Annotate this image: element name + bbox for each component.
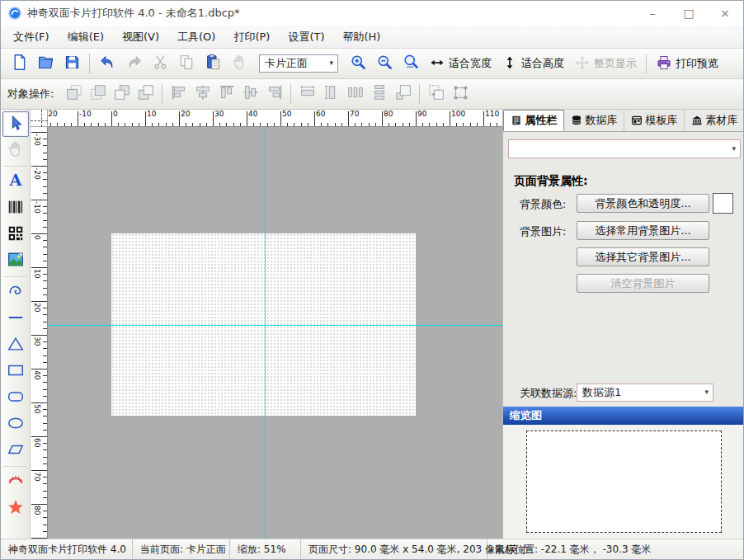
qrcode-tool[interactable] xyxy=(2,222,29,247)
zoom-out-button[interactable] xyxy=(371,50,398,77)
database-icon xyxy=(571,115,582,126)
ruler-tick xyxy=(78,111,78,127)
menu-item-print[interactable]: 打印(P) xyxy=(224,26,279,48)
menu-item-settings[interactable]: 设置(T) xyxy=(279,26,333,48)
center-guide-horizontal xyxy=(48,325,502,326)
barcode-tool[interactable] xyxy=(2,195,29,221)
align-middle-button xyxy=(238,82,262,106)
bg-color-button[interactable]: 背景颜色和透明度... xyxy=(577,194,709,213)
ruler-label: 30 xyxy=(33,336,41,346)
parallelogram-tool[interactable] xyxy=(2,438,29,464)
new-file-button[interactable] xyxy=(6,50,32,77)
page-selector-combo[interactable]: 卡片正面▾ xyxy=(259,54,338,73)
send-backward-icon xyxy=(137,83,155,105)
choose-common-bg-button[interactable]: 选择常用背景图片... xyxy=(577,221,709,240)
tab-database[interactable]: 数据库 xyxy=(564,110,624,131)
stamp-tool[interactable] xyxy=(2,469,29,495)
properties-icon xyxy=(511,115,522,126)
arrow-h-icon xyxy=(429,54,445,73)
select-tool[interactable] xyxy=(2,111,29,137)
ruler-label: 80 xyxy=(33,506,41,515)
bg-color-swatch[interactable] xyxy=(713,193,733,214)
align-center-button xyxy=(191,82,214,106)
rounded-rect-tool[interactable] xyxy=(2,385,29,411)
minimize-button[interactable]: – xyxy=(634,1,671,26)
workspace: A -20-100102030405060708090100110 -30-20… xyxy=(1,110,743,539)
ruler-tick xyxy=(111,111,112,127)
align-middle-icon xyxy=(242,83,260,105)
maximize-button[interactable]: □ xyxy=(671,1,707,26)
ruler-label: 50 xyxy=(282,110,291,118)
cut-button xyxy=(147,50,173,77)
rectangle-tool[interactable] xyxy=(2,359,29,384)
open-file-button[interactable] xyxy=(32,50,59,77)
panel-tabs: 属性栏数据库模板库素材库 xyxy=(503,110,744,132)
chevron-down-icon: ▾ xyxy=(704,388,709,396)
parallelogram-icon xyxy=(7,440,25,462)
ruler-tick xyxy=(31,301,48,302)
ruler-tick xyxy=(31,402,48,403)
bg-image-label: 背景图片: xyxy=(520,224,566,239)
text-tool[interactable]: A xyxy=(2,169,29,195)
curve-tool[interactable] xyxy=(2,280,29,305)
fit-width-button[interactable]: 适合宽度 xyxy=(424,51,497,76)
align-right-button xyxy=(262,82,286,106)
ruler-tick xyxy=(31,470,48,471)
image-tool[interactable] xyxy=(2,248,29,274)
multi-select-button xyxy=(424,82,448,106)
object-operations-label: 对象操作: xyxy=(7,87,54,101)
datasource-value: 数据源1 xyxy=(582,385,621,400)
datasource-label: 关联数据源: xyxy=(520,386,577,401)
paste-button[interactable] xyxy=(200,50,226,77)
tab-label: 模板库 xyxy=(646,113,678,128)
star-tool[interactable] xyxy=(2,496,29,521)
save-file-button[interactable] xyxy=(59,50,85,77)
arrow-v-icon xyxy=(501,54,518,73)
ruler-tick xyxy=(31,436,48,437)
menu-item-view[interactable]: 视图(V) xyxy=(113,26,168,48)
design-canvas[interactable] xyxy=(48,127,502,539)
fit-height-button[interactable]: 适合高度 xyxy=(497,51,569,76)
align-left-icon xyxy=(170,83,188,105)
fit-width-label: 适合宽度 xyxy=(449,56,492,71)
tab-label: 素材库 xyxy=(706,113,738,128)
line-tool[interactable] xyxy=(2,306,29,332)
paste-icon xyxy=(205,54,222,74)
same-width-icon xyxy=(299,83,317,105)
tab-properties[interactable]: 属性栏 xyxy=(503,110,564,131)
toolbar-separator xyxy=(290,84,291,104)
pan-icon xyxy=(7,140,25,162)
ruler-label: -10 xyxy=(33,201,41,214)
datasource-combo[interactable]: 数据源1 ▾ xyxy=(577,384,713,402)
menu-item-help[interactable]: 帮助(H) xyxy=(334,26,390,48)
triangle-tool[interactable] xyxy=(2,332,29,358)
new-file-icon xyxy=(11,54,28,74)
choose-other-bg-button[interactable]: 选择其它背景图片... xyxy=(577,247,709,266)
ellipse-icon xyxy=(7,414,25,435)
page-selector-value: 卡片正面 xyxy=(265,56,308,71)
menu-item-edit[interactable]: 编辑(E) xyxy=(59,26,113,48)
print-preview-button[interactable]: 打印预览 xyxy=(651,51,723,76)
section-title: 页面背景属性: xyxy=(514,174,588,189)
toolbar-separator xyxy=(162,84,162,104)
zoom-in-button[interactable] xyxy=(345,50,371,77)
ellipse-tool[interactable] xyxy=(2,412,29,437)
object-selector-combo[interactable]: ▾ xyxy=(508,139,741,158)
chevron-down-icon: ▾ xyxy=(732,144,736,153)
ruler-label: 70 xyxy=(350,110,359,118)
tab-label: 属性栏 xyxy=(525,113,558,128)
menu-item-file[interactable]: 文件(F) xyxy=(4,26,59,48)
ruler-label: 0 xyxy=(113,110,118,118)
tab-materials[interactable]: 素材库 xyxy=(685,110,744,131)
close-button[interactable]: × xyxy=(707,1,743,26)
vertical-ruler: -30-20-1001020304050607080 xyxy=(31,127,48,539)
open-folder-icon xyxy=(37,54,54,74)
ruler-tick xyxy=(31,267,48,268)
tab-templates[interactable]: 模板库 xyxy=(624,110,685,131)
ruler-tick xyxy=(31,132,48,133)
rectangle-icon xyxy=(7,361,25,383)
ruler-tick xyxy=(280,111,281,127)
menu-item-tools[interactable]: 工具(O) xyxy=(168,26,224,48)
zoom-ratio-button[interactable] xyxy=(398,50,424,77)
undo-button[interactable] xyxy=(94,50,120,77)
